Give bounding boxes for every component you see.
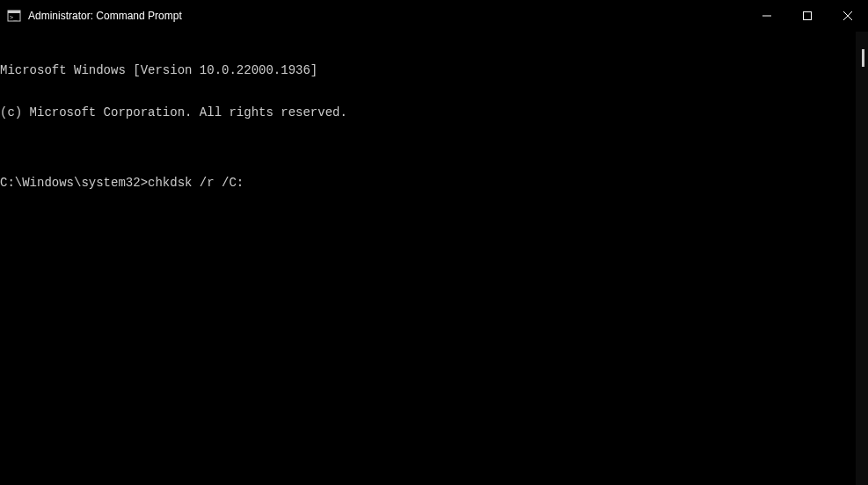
- minimize-button[interactable]: [747, 0, 787, 32]
- window-controls: [747, 0, 868, 32]
- titlebar-left: >_ Administrator: Command Prompt: [7, 9, 182, 23]
- titlebar: >_ Administrator: Command Prompt: [0, 0, 868, 32]
- scrollbar-track[interactable]: [856, 32, 868, 485]
- output-line-copyright: (c) Microsoft Corporation. All rights re…: [0, 105, 868, 119]
- prompt-line: C:\Windows\system32>chkdsk /r /C:: [0, 176, 868, 190]
- prompt-path: C:\Windows\system32>: [0, 176, 148, 190]
- close-button[interactable]: [828, 0, 868, 32]
- terminal-output: Microsoft Windows [Version 10.0.22000.19…: [0, 35, 868, 218]
- command-input[interactable]: chkdsk /r /C:: [148, 176, 244, 190]
- maximize-button[interactable]: [787, 0, 828, 32]
- svg-rect-1: [8, 11, 20, 13]
- svg-text:>_: >_: [10, 14, 18, 21]
- scrollbar-thumb[interactable]: [862, 49, 864, 67]
- cmd-icon: >_: [7, 9, 21, 23]
- terminal-area[interactable]: Microsoft Windows [Version 10.0.22000.19…: [0, 32, 868, 485]
- svg-rect-4: [804, 12, 812, 20]
- output-line-version: Microsoft Windows [Version 10.0.22000.19…: [0, 63, 868, 77]
- window-title: Administrator: Command Prompt: [28, 10, 182, 22]
